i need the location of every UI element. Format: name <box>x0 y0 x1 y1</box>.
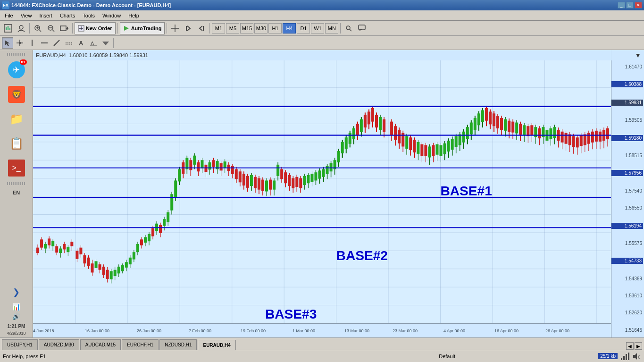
sidebar-arrow[interactable]: ❯ <box>13 287 20 297</box>
menu-charts[interactable]: Charts <box>56 12 79 19</box>
toolbar-search[interactable] <box>343 22 355 34</box>
tf-d1[interactable]: D1 <box>297 23 310 34</box>
price-current: 1.59931 <box>611 100 643 106</box>
new-order-button[interactable]: New Order <box>75 22 116 34</box>
svg-rect-166 <box>224 161 226 168</box>
svg-rect-80 <box>59 249 62 253</box>
svg-line-10 <box>52 30 54 32</box>
svg-rect-204 <box>295 177 298 187</box>
svg-rect-314 <box>508 121 510 132</box>
toolbar-new-chart[interactable] <box>2 22 14 34</box>
svg-rect-108 <box>114 270 117 276</box>
svg-marker-379 <box>633 353 637 360</box>
draw-vertical-line[interactable] <box>26 37 38 49</box>
chart-dropdown-arrow[interactable]: ▼ <box>635 51 641 59</box>
tf-m15[interactable]: M15 <box>240 23 253 34</box>
menu-file[interactable]: File <box>1 12 17 19</box>
price-14: 1.52620 <box>611 310 644 315</box>
draw-more[interactable] <box>100 37 111 49</box>
svg-rect-190 <box>269 180 272 190</box>
menu-window[interactable]: Window <box>99 12 125 19</box>
draw-cursor[interactable] <box>2 37 13 49</box>
tab-audcad-m15[interactable]: AUDCAD,M15 <box>80 339 121 350</box>
chart-svg: BASE#1 BASE#2 BASE#3 <box>33 60 611 323</box>
draw-label[interactable]: A <box>88 37 99 49</box>
svg-rect-128 <box>151 228 154 236</box>
svg-rect-186 <box>261 180 264 191</box>
maximize-button[interactable]: □ <box>626 2 634 8</box>
toolbar-crosshair[interactable] <box>169 22 181 34</box>
chart-canvas[interactable]: BASE#1 BASE#2 BASE#3 <box>33 60 611 323</box>
tab-euraud-h4[interactable]: EURAUD,H4 <box>198 340 235 350</box>
draw-crosshair[interactable] <box>14 37 25 49</box>
price-2-highlight: 1.60388 <box>611 81 643 87</box>
price-6-highlight: 1.57956 <box>611 170 643 176</box>
tabs-scroll-right[interactable]: ▶ <box>635 342 642 350</box>
menu-help[interactable]: Help <box>125 12 143 19</box>
draw-dotted-line[interactable] <box>63 37 75 49</box>
sidebar-terminal[interactable]: >_ <box>5 157 28 179</box>
tf-m5[interactable]: M5 <box>226 23 239 34</box>
svg-rect-342 <box>561 132 564 143</box>
tf-m1[interactable]: M1 <box>212 23 225 34</box>
tab-audnzd-m30[interactable]: AUDNZD,M30 <box>39 339 79 350</box>
terminal-icon: >_ <box>8 160 25 177</box>
svg-rect-348 <box>572 136 575 147</box>
time-label-7: 23 Mar 00:00 <box>393 328 418 333</box>
svg-text:A: A <box>79 40 84 47</box>
svg-rect-188 <box>265 180 268 191</box>
volume-icon[interactable]: 📊 <box>12 303 20 311</box>
svg-rect-84 <box>67 247 69 253</box>
menu-insert[interactable]: Insert <box>35 12 56 19</box>
toolbar-zoom-out[interactable] <box>45 22 57 34</box>
autotrading-button[interactable]: AutoTrading <box>120 22 165 34</box>
svg-rect-100 <box>99 264 101 270</box>
draw-text[interactable]: A <box>75 37 87 49</box>
sidebar-brave[interactable]: 🦁 <box>5 83 28 106</box>
price-1: 1.61470 <box>611 64 644 69</box>
menu-tools[interactable]: Tools <box>79 12 99 19</box>
svg-rect-228 <box>341 142 344 153</box>
toolbar-zoom-in[interactable] <box>32 22 44 34</box>
tabs-bar: USDJPY,H1 AUDNZD,M30 AUDCAD,M15 EURCHF,H… <box>0 337 644 350</box>
svg-rect-212 <box>310 174 313 182</box>
chart-container[interactable]: EURAUD,H4 1.60010 1.60059 1.59840 1.5993… <box>33 50 644 337</box>
svg-rect-140 <box>174 180 177 197</box>
svg-rect-376 <box>623 356 625 360</box>
price-5: 1.58515 <box>611 153 644 158</box>
toolbar-chart-shift[interactable] <box>58 22 70 34</box>
time-label-6: 13 Mar 00:00 <box>344 328 369 333</box>
minimize-button[interactable]: _ <box>618 2 625 8</box>
tf-h1[interactable]: H1 <box>268 23 282 34</box>
toolbar-scroll-left[interactable] <box>195 22 208 34</box>
svg-rect-160 <box>212 160 215 167</box>
svg-rect-276 <box>435 144 438 155</box>
menu-view[interactable]: View <box>17 12 36 19</box>
title-bar: FX 144844: FXChoice-Classic Demo - Demo … <box>0 0 644 10</box>
menu-bar: File View Insert Charts Tools Window Hel… <box>0 10 644 21</box>
tab-usdjpy-h1[interactable]: USDJPY,H1 <box>2 339 38 350</box>
sidebar-telegram[interactable]: ✈ 81 <box>5 59 28 81</box>
svg-rect-262 <box>409 137 412 150</box>
draw-horizontal-line[interactable] <box>39 37 50 49</box>
tf-m30[interactable]: M30 <box>254 23 268 34</box>
tab-nzdusd-h1[interactable]: NZDUSD,H1 <box>159 339 197 350</box>
toolbar-scroll-right[interactable] <box>182 22 194 34</box>
main-area: ✈ 81 🦁 📁 📋 >_ EN ❯ 📊 🔊 <box>0 50 644 337</box>
close-button[interactable]: ✕ <box>635 2 642 8</box>
price-9-highlight: 1.56194 <box>611 223 643 229</box>
toolbar-profiles[interactable] <box>15 22 27 34</box>
sidebar-notepad[interactable]: 📋 <box>5 132 28 155</box>
tf-h4[interactable]: H4 <box>283 23 296 34</box>
tf-mn[interactable]: MN <box>325 23 338 34</box>
draw-line[interactable] <box>51 37 62 49</box>
svg-rect-216 <box>318 170 321 178</box>
speaker-icon[interactable]: 🔊 <box>12 312 20 320</box>
tab-eurchf-h1[interactable]: EURCHF,H1 <box>122 339 159 350</box>
svg-rect-260 <box>405 136 408 149</box>
sidebar-folder[interactable]: 📁 <box>5 108 28 130</box>
tf-w1[interactable]: W1 <box>311 23 324 34</box>
toolbar-chat[interactable] <box>356 22 368 34</box>
svg-rect-200 <box>288 175 291 186</box>
tabs-scroll-left[interactable]: ◀ <box>626 342 634 350</box>
